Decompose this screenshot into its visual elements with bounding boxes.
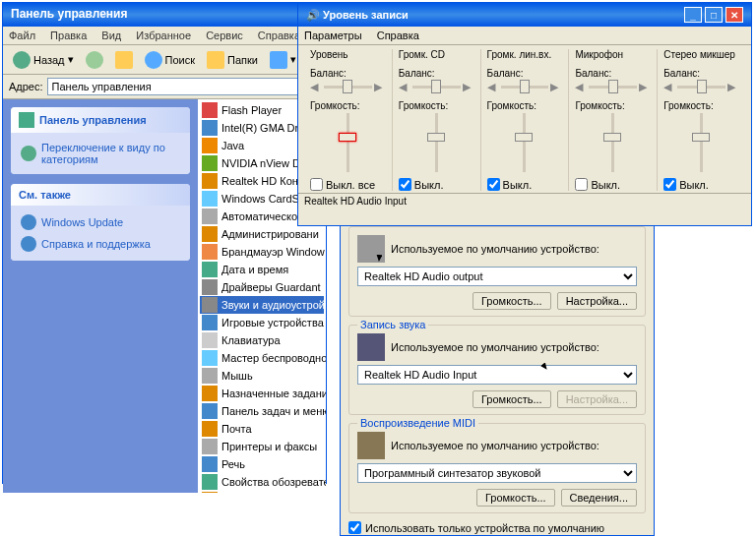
forward-icon [86,51,103,69]
cp-list-item[interactable]: Клавиатура [200,331,324,349]
seealso-title[interactable]: См. также [11,184,190,206]
rec-device-select[interactable]: Realtek HD Audio Input [357,365,637,385]
help-icon [21,236,36,252]
volume-label: Громкость: [310,100,386,111]
channel-name: Уровень [310,49,386,62]
default-only-checkbox[interactable] [348,521,361,534]
item-icon [202,403,218,419]
midi-volume-button[interactable]: Громкость... [476,489,555,507]
rec-titlebar[interactable]: 🔊 Уровень записи _ □ ✕ [298,3,751,27]
menu-view[interactable]: Вид [101,30,121,41]
midi-group: Воспроизведение MIDI Используемое по умо… [348,423,646,513]
menu-file[interactable]: Файл [9,30,35,41]
cp-list-item[interactable]: Почта [200,420,324,438]
speaker-left-icon: ◀ [575,81,587,92]
balance-label: Баланс: [487,68,563,79]
midi-device-select[interactable]: Программный синтезатор звуковой [357,463,637,483]
volume-slider[interactable] [310,113,386,172]
midi-info-button[interactable]: Сведения... [561,489,637,507]
folders-icon [207,51,224,69]
maximize-button[interactable]: □ [705,7,723,23]
cp-list-item[interactable]: Дата и время [200,261,324,278]
mute-label: Выкл. [414,179,444,191]
fwd-button[interactable] [82,49,107,71]
back-button[interactable]: Назад ▾ [9,49,78,71]
play-default-label: Используемое по умолчанию устройство: [391,243,637,255]
menu-tools[interactable]: Сервис [206,30,243,41]
balance-slider[interactable]: ◀ ▶ [487,81,563,92]
views-button[interactable]: ▾ [266,49,300,71]
cp-list-item[interactable]: Драйверы Guardant [200,278,324,296]
help-link[interactable]: Справка и поддержка [21,233,180,255]
volume-slider[interactable] [663,113,739,172]
balance-slider[interactable]: ◀ ▶ [399,81,474,92]
search-button[interactable]: Поиск [141,49,199,71]
addr-input[interactable] [47,78,320,95]
item-icon [202,368,218,384]
mute-checkbox[interactable] [575,178,588,191]
item-label: Свойства обозревателя [221,476,326,488]
cp-list-item[interactable]: Панель задач и меню "Пуск" [200,402,324,420]
item-label: Панель задач и меню "Пуск" [221,405,326,417]
balance-slider[interactable]: ◀ ▶ [310,81,386,92]
cp-list-item[interactable]: Речь [200,455,324,473]
volume-slider[interactable] [487,113,563,172]
mixer-channel: Громк. CD Баланс: ◀ ▶ Громкость: Выкл. [393,49,481,191]
item-label: Драйверы Guardant [221,281,321,293]
menu-fav[interactable]: Избранное [136,30,191,41]
balance-slider[interactable]: ◀ ▶ [663,81,739,92]
mixer-channel: Громк. лин.вх. Баланс: ◀ ▶ Громкость: Вы… [481,49,570,191]
rec-settings-button: Настройка... [557,390,637,408]
up-button[interactable] [111,49,137,71]
cp-panel-title[interactable]: Панель управления [11,107,190,133]
mute-label: Выкл. все [326,179,375,191]
mute-checkbox[interactable] [310,178,323,191]
address-bar: Адрес: [3,75,326,99]
channel-name: Стерео микшер [663,49,739,62]
balance-slider[interactable]: ◀ ▶ [575,81,651,92]
menu-edit[interactable]: Правка [50,30,87,41]
cp-list-item[interactable]: Принтеры и факсы [200,438,324,455]
item-icon [202,279,218,295]
cp-list-item[interactable]: Свойства обозревателя [200,473,324,491]
cp-list-item[interactable]: Мастер беспроводной сети [200,349,324,367]
cp-list-item[interactable]: Администрировани [200,225,324,243]
item-label: Java [221,140,244,151]
folders-button[interactable]: Папки [203,49,262,71]
close-button[interactable]: ✕ [725,7,743,23]
mute-checkbox[interactable] [399,178,411,191]
item-label: Принтеры и факсы [221,441,317,452]
volume-slider[interactable] [575,113,651,172]
winupdate-link[interactable]: Windows Update [21,211,180,233]
play-settings-button[interactable]: Настройка... [557,292,637,310]
speaker-right-icon: ▶ [463,81,474,92]
switch-view-link[interactable]: Переключение к виду по категориям [21,139,180,168]
mute-checkbox[interactable] [663,178,676,191]
cp-list-item[interactable]: Мышь [200,367,324,385]
midi-group-label: Воспроизведение MIDI [357,417,478,429]
mute-checkbox[interactable] [487,178,500,191]
volume-slider[interactable] [399,113,474,172]
cp-list-item[interactable]: Назначенные задания [200,385,324,402]
volume-label: Громкость: [399,100,474,111]
views-icon [270,51,287,69]
mixer-channel: Микрофон Баланс: ◀ ▶ Громкость: Выкл. [569,49,658,191]
cp-titlebar[interactable]: Панель управления [3,3,326,27]
play-volume-button[interactable]: Громкость... [472,292,551,310]
rec-menu-help[interactable]: Справка [377,30,419,41]
minimize-button[interactable]: _ [684,7,702,23]
recording-level-window: 🔊 Уровень записи _ □ ✕ Параметры Справка… [297,2,752,226]
play-device-select[interactable]: Realtek HD Audio output [357,267,637,286]
rec-volume-button[interactable]: Громкость... [472,390,551,408]
balance-label: Баланс: [310,68,386,79]
item-label: Звуки и аудиоустройства [221,299,326,311]
record-group-label: Запись звука [357,319,428,330]
item-label: Почта [221,423,252,435]
cp-list-item[interactable]: Игровые устройства [200,314,324,331]
menu-help[interactable]: Справка [258,30,300,41]
cp-list-item[interactable]: Звуки и аудиоустройства [200,296,324,314]
cp-list-item[interactable]: Свойства папки [200,491,324,493]
cp-list-item[interactable]: Брандмауэр Window [200,243,324,261]
rec-menu-options[interactable]: Параметры [304,30,362,41]
cp-toolbar: Назад ▾ Поиск Папки ▾ [3,45,326,75]
